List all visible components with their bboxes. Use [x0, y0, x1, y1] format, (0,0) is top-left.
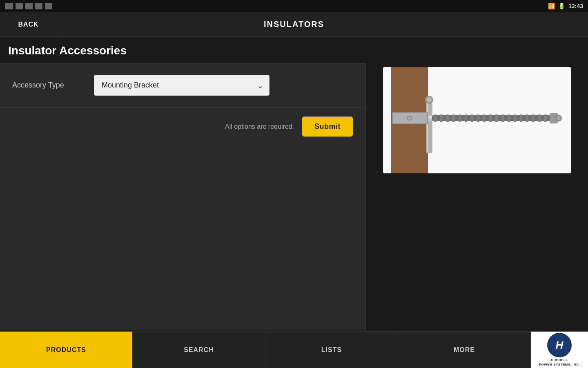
svg-rect-23	[495, 114, 498, 122]
nav-title: INSULATORS	[57, 20, 531, 29]
submit-button[interactable]: Submit	[302, 117, 353, 137]
gallery-icon	[5, 3, 13, 9]
svg-rect-27	[520, 114, 522, 122]
hubbell-h-letter: H	[556, 339, 564, 352]
svg-rect-25	[508, 114, 510, 122]
status-icons-left	[5, 3, 52, 9]
svg-point-34	[557, 116, 561, 120]
hubbell-logo-subtitle: POWER SYSTEMS, INC.	[539, 363, 580, 367]
required-text: All options are required.	[225, 123, 294, 130]
back-button[interactable]: BACK	[0, 12, 57, 36]
svg-rect-5	[427, 100, 428, 153]
form-row: Accessory Type Mounting Bracket ⌄	[0, 63, 365, 108]
svg-rect-22	[489, 114, 492, 122]
battery-icon: 🔋	[558, 3, 565, 9]
svg-rect-24	[501, 114, 504, 122]
svg-rect-28	[526, 114, 528, 122]
tab-bar: PRODUCTS SEARCH LISTS MORE H HUBBELL POW…	[0, 331, 588, 368]
status-icons-right: 📶 🔋 12:43	[548, 3, 583, 9]
svg-point-36	[427, 97, 432, 102]
wifi-icon: 📶	[548, 3, 555, 9]
hubbell-logo: H HUBBELL POWER SYSTEMS, INC.	[531, 332, 588, 368]
svg-point-11	[408, 117, 411, 120]
submit-row: All options are required. Submit	[0, 108, 365, 146]
svg-rect-18	[465, 114, 467, 122]
svg-rect-20	[477, 114, 479, 122]
briefcase-icon	[35, 3, 42, 9]
page-title: Insulator Accessories	[8, 44, 580, 57]
tab-more[interactable]: MORE	[398, 332, 531, 368]
status-bar: 📶 🔋 12:43	[0, 0, 588, 12]
main-content: Accessory Type Mounting Bracket ⌄ All op…	[0, 63, 588, 330]
tab-products[interactable]: PRODUCTS	[0, 332, 133, 368]
accessory-type-select-container[interactable]: Mounting Bracket ⌄	[94, 75, 270, 96]
form-panel: Accessory Type Mounting Bracket ⌄ All op…	[0, 63, 365, 330]
tab-search[interactable]: SEARCH	[133, 332, 265, 368]
svg-rect-16	[452, 114, 455, 122]
hubbell-logo-name: HUBBELL	[539, 358, 580, 362]
svg-rect-30	[538, 114, 541, 122]
svg-rect-31	[544, 114, 547, 122]
accessory-type-label: Accessory Type	[12, 81, 94, 90]
svg-rect-26	[514, 114, 516, 122]
photo-icon	[16, 3, 23, 9]
svg-rect-13	[434, 114, 437, 122]
hubbell-logo-container: H HUBBELL POWER SYSTEMS, INC.	[539, 333, 580, 367]
top-nav: BACK INSULATORS	[0, 12, 588, 37]
svg-rect-17	[459, 114, 461, 122]
status-time: 12:43	[568, 3, 583, 9]
svg-rect-21	[483, 114, 486, 122]
accessory-type-select[interactable]: Mounting Bracket	[94, 75, 270, 96]
product-image	[383, 67, 571, 173]
tab-lists[interactable]: LISTS	[265, 332, 398, 368]
svg-rect-29	[532, 114, 535, 122]
lock-icon	[45, 3, 52, 9]
svg-rect-14	[440, 114, 443, 122]
hubbell-logo-circle: H	[547, 333, 572, 357]
svg-rect-15	[446, 114, 449, 122]
gmail-icon	[25, 3, 33, 9]
product-image-svg	[383, 67, 571, 173]
svg-rect-19	[471, 114, 473, 122]
page-title-bar: Insulator Accessories	[0, 37, 588, 63]
image-panel	[365, 63, 588, 330]
